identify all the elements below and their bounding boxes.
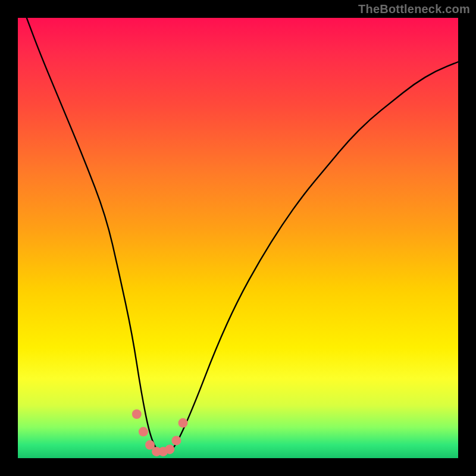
highlight-dot [165,444,174,454]
highlight-dot [132,409,142,419]
highlight-dot [178,418,188,428]
highlight-dot [139,427,148,437]
minimum-highlight [132,409,188,456]
watermark-text: TheBottleneck.com [358,2,470,16]
curve-layer [18,18,458,458]
highlight-dot [171,436,181,445]
bottleneck-curve [27,18,458,454]
plot-area [18,18,458,458]
chart-canvas: TheBottleneck.com [0,0,476,476]
